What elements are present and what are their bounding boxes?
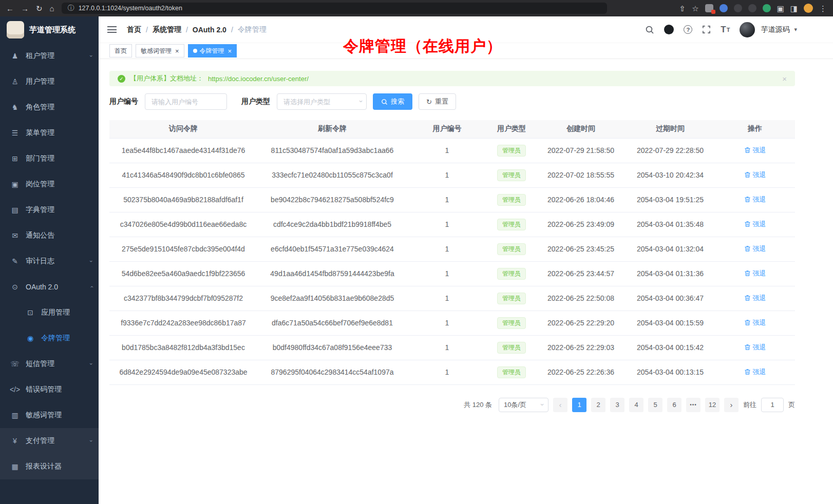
extension-icon-dark-1[interactable] (734, 4, 742, 12)
user-type-label: 用户类型 (241, 97, 270, 106)
search-icon[interactable] (645, 25, 654, 34)
site-info-icon[interactable]: ⓘ (68, 4, 74, 13)
action-cell: 强退 (715, 311, 795, 335)
page-button-1[interactable]: 1 (572, 398, 586, 412)
tab-sensitive-word[interactable]: 敏感词管理× (136, 44, 184, 57)
sidebar-toggle-icon[interactable]: ◨ (790, 5, 798, 12)
next-page-button[interactable]: › (724, 398, 739, 412)
chevron-down-icon: ▾ (794, 26, 797, 33)
page-button-4[interactable]: 4 (629, 398, 643, 412)
bookmark-star-icon[interactable]: ☆ (692, 5, 698, 12)
github-icon[interactable] (664, 25, 674, 34)
force-logout-button[interactable]: 强退 (744, 146, 766, 155)
sidebar-item-errcode[interactable]: </>错误码管理 (0, 377, 99, 402)
create-time-cell: 2022-06-25 23:45:25 (536, 237, 626, 261)
back-icon[interactable]: ← (6, 5, 14, 12)
sidebar-item-user[interactable]: ♙用户管理 (0, 69, 99, 94)
sidebar-item-tenant[interactable]: ♟租户管理› (0, 43, 99, 69)
sidebar-item-report[interactable]: ▦报表设计器 (0, 454, 99, 479)
page-button-2[interactable]: 2 (591, 398, 605, 412)
page-button-5[interactable]: 5 (648, 398, 662, 412)
menu-fold-icon[interactable] (107, 26, 117, 33)
breadcrumb-item[interactable]: 首页 (127, 25, 141, 34)
action-cell: 强退 (715, 163, 795, 187)
tab-close-icon[interactable]: × (228, 48, 232, 54)
breadcrumb-item[interactable]: OAuth 2.0 (193, 26, 226, 34)
access-token-cell: b0d1785bc3a8482f812db4a3f3bd15ec (109, 335, 257, 360)
fullscreen-icon[interactable] (702, 25, 711, 34)
sidebar-item-oauth[interactable]: ⊙OAuth 2.0› (0, 274, 99, 300)
force-logout-button[interactable]: 强退 (744, 195, 766, 204)
sidebar-item-label: 部门管理 (26, 154, 54, 163)
sidebar-item-token-manage[interactable]: ◉令牌管理 (0, 325, 99, 351)
user-avatar[interactable] (740, 22, 755, 37)
extension-icon-blue[interactable] (720, 4, 728, 12)
sidebar-item-label: 租户管理 (26, 51, 54, 61)
delete-icon (744, 270, 751, 277)
error-code-icon: </> (9, 385, 21, 394)
audit-log-icon: ✎ (9, 257, 21, 265)
sidebar-item-sensitive[interactable]: ▥敏感词管理 (0, 402, 99, 428)
force-logout-button[interactable]: 强退 (744, 367, 766, 377)
force-logout-button[interactable]: 强退 (744, 269, 766, 278)
share-icon[interactable]: ⇧ (679, 5, 686, 12)
table-row: 502375b8040a469a9b82188afdf6af1fbe90422b… (109, 187, 795, 212)
chevron-down-icon: › (88, 363, 94, 365)
prev-page-button[interactable]: ‹ (553, 398, 567, 412)
user-id-input[interactable] (145, 93, 227, 110)
sidebar-item-label: 岗位管理 (26, 180, 54, 189)
refresh-token-cell: 333ecfc71e02480cb11055c875c3ca0f (257, 163, 407, 187)
username[interactable]: 芋道源码 (761, 25, 789, 34)
sidebar-item-role[interactable]: ♞角色管理 (0, 94, 99, 120)
home-icon[interactable]: ⌂ (50, 5, 54, 12)
tab-home[interactable]: 首页 (109, 44, 132, 57)
page-size-select[interactable]: 10条/页 › (499, 398, 548, 412)
browser-menu-icon[interactable]: ⋮ (819, 5, 827, 12)
table-header-row: 访问令牌刷新令牌用户编号用户类型创建时间过期时间操作 (109, 120, 795, 138)
browser-profile-avatar[interactable] (804, 4, 813, 13)
reset-button[interactable]: ↻ 重置 (419, 93, 456, 110)
sidebar-item-sms[interactable]: ☏短信管理› (0, 351, 99, 377)
reload-icon[interactable]: ↻ (36, 5, 43, 12)
pagination-more-button[interactable]: ••• (686, 398, 701, 412)
pagination-pages: 123456•••12 (572, 398, 720, 412)
force-logout-button[interactable]: 强退 (744, 318, 766, 327)
extensions-puzzle-icon[interactable]: ▣ (777, 5, 784, 12)
force-logout-button[interactable]: 强退 (744, 170, 766, 180)
force-logout-button[interactable]: 强退 (744, 294, 766, 303)
force-logout-button[interactable]: 强退 (744, 244, 766, 254)
tab-token[interactable]: 令牌管理× (188, 44, 237, 57)
breadcrumb-item[interactable]: 系统管理 (153, 25, 181, 34)
user-type-select[interactable]: › (277, 93, 367, 110)
close-icon[interactable]: × (782, 74, 787, 83)
doc-link[interactable]: https://doc.iocoder.cn/user-center/ (208, 75, 309, 83)
help-icon[interactable]: ? (684, 25, 692, 34)
user-type-cell: 管理员 (487, 286, 536, 311)
forward-icon[interactable]: → (21, 5, 29, 12)
sidebar-item-app-manage[interactable]: ⊡应用管理 (0, 300, 99, 325)
alert-text: 【用户体系】文档地址： (130, 74, 203, 83)
user-type-select-input[interactable] (277, 93, 367, 110)
font-size-icon[interactable]: TT (721, 25, 730, 35)
page-button-3[interactable]: 3 (610, 398, 624, 412)
user-type-cell: 管理员 (487, 187, 536, 212)
sidebar-item-notice[interactable]: ✉通知公告 (0, 223, 99, 248)
address-bar[interactable]: ⓘ 127.0.0.1:1024/system/oauth2/token (62, 3, 607, 14)
sidebar-item-dict[interactable]: ▤字典管理 (0, 197, 99, 223)
sidebar-item-pay[interactable]: ¥支付管理› (0, 428, 99, 454)
expire-time-cell: 2022-07-29 22:28:50 (626, 138, 715, 163)
sidebar-item-menu[interactable]: ☰菜单管理 (0, 120, 99, 146)
page-button-12[interactable]: 12 (705, 398, 720, 412)
extension-icon-green[interactable] (763, 4, 771, 12)
tab-close-icon[interactable]: × (175, 48, 179, 54)
sidebar-item-dept[interactable]: ⊞部门管理 (0, 146, 99, 171)
force-logout-button[interactable]: 强退 (744, 220, 766, 229)
extension-icon-grid[interactable] (705, 4, 713, 12)
sidebar-item-audit[interactable]: ✎审计日志› (0, 248, 99, 274)
force-logout-button[interactable]: 强退 (744, 343, 766, 352)
search-button[interactable]: 搜索 (373, 93, 412, 110)
page-button-6[interactable]: 6 (667, 398, 681, 412)
sidebar-item-post[interactable]: ▣岗位管理 (0, 171, 99, 197)
extension-icon-dark-2[interactable] (748, 4, 756, 12)
goto-page-input[interactable] (761, 398, 784, 412)
